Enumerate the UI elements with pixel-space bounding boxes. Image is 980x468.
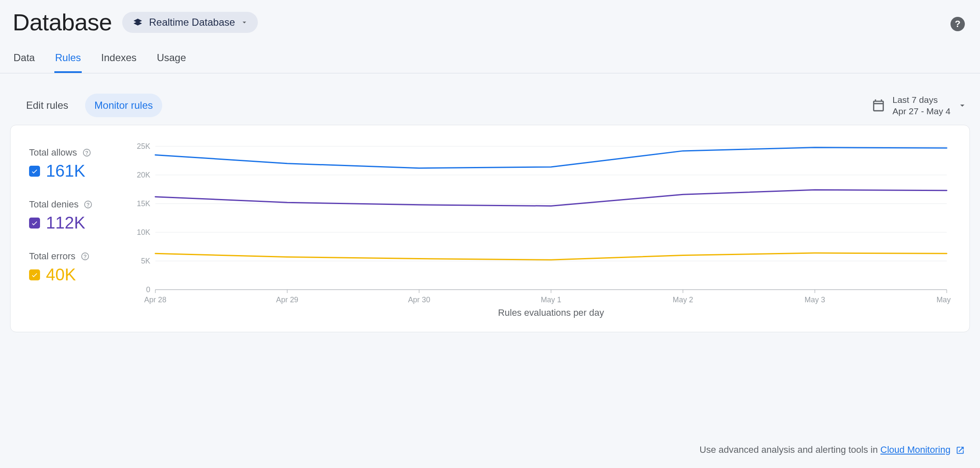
svg-text:Rules evaluations per day: Rules evaluations per day xyxy=(498,307,604,318)
tab-rules[interactable]: Rules xyxy=(54,44,82,73)
page-title: Database xyxy=(13,8,112,36)
external-link-icon xyxy=(956,446,965,455)
svg-text:0: 0 xyxy=(146,285,150,294)
tab-indexes[interactable]: Indexes xyxy=(100,44,137,73)
legend-denies-label: Total denies xyxy=(29,199,78,210)
svg-text:20K: 20K xyxy=(137,171,150,179)
svg-text:May 3: May 3 xyxy=(805,296,825,304)
svg-text:Apr 28: Apr 28 xyxy=(144,296,166,304)
info-icon[interactable]: ? xyxy=(80,252,90,261)
tab-data[interactable]: Data xyxy=(13,44,36,73)
svg-text:10K: 10K xyxy=(137,228,150,237)
legend-item-denies: Total denies ? 112K xyxy=(29,199,122,232)
chevron-down-icon xyxy=(957,100,967,110)
svg-text:May 2: May 2 xyxy=(673,296,693,304)
footer-prefix: Use advanced analysis and alerting tools… xyxy=(699,444,880,455)
subtab-monitor[interactable]: Monitor rules xyxy=(85,94,162,117)
svg-text:15K: 15K xyxy=(137,199,150,208)
svg-text:?: ? xyxy=(85,150,88,156)
legend-denies-value: 112K xyxy=(46,213,85,232)
date-range-picker[interactable]: Last 7 days Apr 27 - May 4 xyxy=(871,94,967,117)
svg-text:25K: 25K xyxy=(137,142,150,151)
legend-errors-label: Total errors xyxy=(29,251,75,262)
cloud-monitoring-link[interactable]: Cloud Monitoring xyxy=(881,444,951,455)
info-icon[interactable]: ? xyxy=(82,148,91,157)
realtime-db-icon xyxy=(131,16,144,29)
rules-chart-card: Total allows ? 161K Total denies ? 112K … xyxy=(10,125,970,332)
footer-note: Use advanced analysis and alerting tools… xyxy=(699,444,965,455)
chevron-down-icon xyxy=(240,18,249,27)
main-tabs: DataRulesIndexesUsage xyxy=(0,40,980,73)
subtab-edit[interactable]: Edit rules xyxy=(17,94,78,117)
help-icon[interactable]: ? xyxy=(951,17,965,31)
date-range-dates: Apr 27 - May 4 xyxy=(892,105,951,117)
chart-legend: Total allows ? 161K Total denies ? 112K … xyxy=(29,142,122,319)
db-selector[interactable]: Realtime Database xyxy=(122,12,258,33)
svg-text:Apr 29: Apr 29 xyxy=(276,296,298,304)
legend-errors-checkbox[interactable] xyxy=(29,269,40,280)
rules-subtabs: Edit rulesMonitor rules xyxy=(17,94,162,117)
svg-text:May 1: May 1 xyxy=(541,296,561,304)
legend-allows-value: 161K xyxy=(46,161,85,180)
legend-denies-checkbox[interactable] xyxy=(29,218,40,229)
svg-text:Apr 30: Apr 30 xyxy=(408,296,430,304)
tab-usage[interactable]: Usage xyxy=(156,44,187,73)
rules-chart: 05K10K15K20K25KApr 28Apr 29Apr 30May 1Ma… xyxy=(130,142,951,319)
legend-allows-checkbox[interactable] xyxy=(29,166,40,177)
svg-text:?: ? xyxy=(83,253,87,260)
legend-item-allows: Total allows ? 161K xyxy=(29,147,122,180)
svg-text:May 4: May 4 xyxy=(937,296,951,304)
chart-area: 05K10K15K20K25KApr 28Apr 29Apr 30May 1Ma… xyxy=(130,142,951,319)
legend-allows-label: Total allows xyxy=(29,147,77,158)
db-selector-label: Realtime Database xyxy=(149,16,235,28)
svg-text:?: ? xyxy=(87,202,90,208)
calendar-icon xyxy=(871,98,886,113)
svg-text:5K: 5K xyxy=(141,257,150,265)
date-range-label: Last 7 days xyxy=(892,94,951,105)
legend-errors-value: 40K xyxy=(46,265,76,284)
info-icon[interactable]: ? xyxy=(83,200,93,209)
legend-item-errors: Total errors ? 40K xyxy=(29,251,122,284)
